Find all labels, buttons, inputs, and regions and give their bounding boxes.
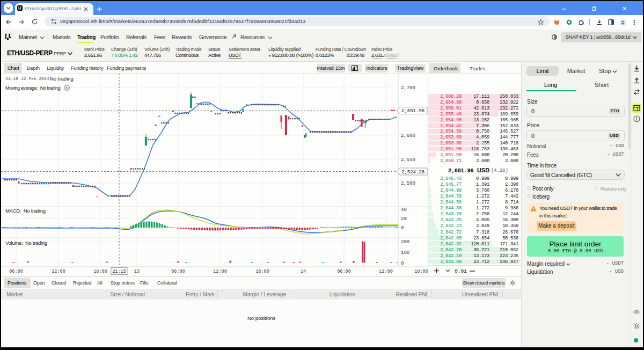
svg-text:06:00: 06:00: [9, 269, 23, 274]
svg-text:20: 20: [401, 216, 407, 222]
svg-text:18:00: 18:00: [93, 269, 107, 274]
svg-text:200: 200: [401, 239, 409, 245]
svg-text:0: 0: [401, 225, 404, 231]
svg-text:2,651.96: 2,651.96: [401, 108, 425, 114]
svg-text:100: 100: [401, 250, 409, 256]
svg-text:14: 14: [301, 269, 306, 274]
svg-text:12:00: 12:00: [379, 269, 393, 274]
svg-text:12:00: 12:00: [213, 269, 227, 274]
svg-text:2,600: 2,600: [401, 133, 415, 138]
svg-text:06:00: 06:00: [337, 269, 351, 274]
svg-text:18:00: 18:00: [414, 269, 428, 274]
svg-text:2,524.28: 2,524.28: [401, 170, 425, 175]
svg-text:21:15: 21:15: [112, 269, 126, 274]
svg-text:18:00: 18:00: [255, 269, 269, 274]
svg-text:06:00: 06:00: [171, 269, 185, 274]
svg-text:40: 40: [401, 207, 407, 213]
svg-text:0: 0: [401, 261, 404, 266]
svg-text:2,550: 2,550: [401, 157, 415, 163]
svg-text:13: 13: [134, 269, 140, 274]
svg-text:2,500: 2,500: [401, 181, 415, 186]
svg-text:2,700: 2,700: [401, 85, 415, 91]
svg-text:12:00: 12:00: [52, 269, 65, 274]
